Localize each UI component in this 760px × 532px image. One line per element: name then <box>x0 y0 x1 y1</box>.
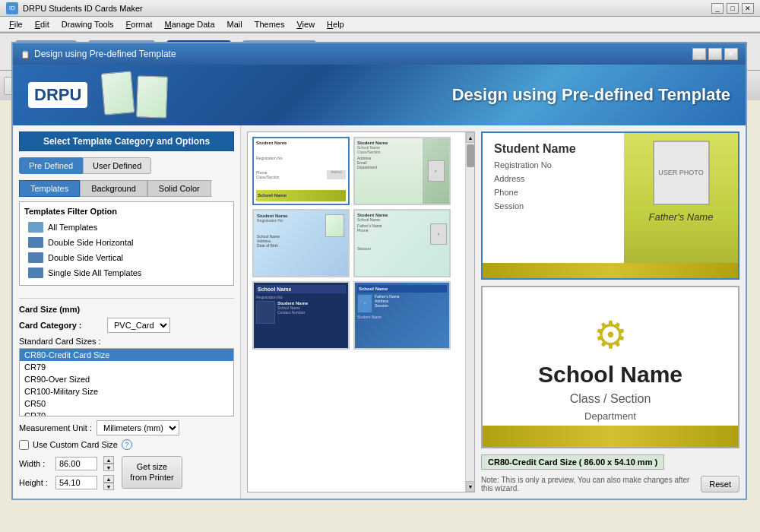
height-label: Height : <box>19 478 49 487</box>
section-header: Select Template Category and Options <box>19 131 234 151</box>
width-row: Width : ▲ ▼ <box>19 456 114 471</box>
menu-manage-data[interactable]: Manage Data <box>158 18 220 30</box>
gear-icon: ⚙ <box>594 313 628 357</box>
width-label: Width : <box>19 459 49 468</box>
menu-themes[interactable]: Themes <box>249 18 291 30</box>
menu-edit[interactable]: Edit <box>29 18 55 30</box>
dialog-controls: _ □ ✕ <box>692 48 738 60</box>
custom-size-checkbox[interactable] <box>19 440 29 450</box>
measurement-row: Measurement Unit : Milimeters (mm) <box>19 420 234 435</box>
card-category-dropdown[interactable]: PVC_Card <box>107 318 170 333</box>
width-up-btn[interactable]: ▲ <box>103 456 114 464</box>
id-card-mini-2 <box>136 75 168 118</box>
standard-sizes-label: Standard Card Sizes : <box>19 337 234 346</box>
height-up-btn[interactable]: ▲ <box>103 475 114 483</box>
width-spinner: ▲ ▼ <box>103 456 114 471</box>
measurement-dropdown[interactable]: Milimeters (mm) <box>97 420 179 435</box>
height-down-btn[interactable]: ▼ <box>103 483 114 490</box>
sizes-list[interactable]: CR80-Credit Card Size CR79 CR90-Over Siz… <box>19 348 234 416</box>
get-size-button[interactable]: Get size from Printer <box>122 456 182 489</box>
card-size-label: Card Size (mm) <box>19 305 234 314</box>
filter-single-all[interactable]: Single Side All Templates <box>24 265 229 280</box>
card-category-label: Card Category : <box>19 321 103 330</box>
predefined-tabs: Pre Defined User Defined <box>19 157 234 174</box>
menu-format[interactable]: Format <box>120 18 159 30</box>
reset-button[interactable]: Reset <box>701 476 739 492</box>
template-thumb-6[interactable]: School Name P Father's NameAddressSessio… <box>353 281 451 350</box>
user-photo-box: USER PHOTO <box>653 141 710 205</box>
menu-help[interactable]: Help <box>321 18 350 30</box>
height-input[interactable] <box>55 476 97 489</box>
right-tabs: Templates Background Solid Color <box>19 180 234 197</box>
size-cr79[interactable]: CR79 <box>20 361 233 373</box>
main-banner: DRPU Design using Pre-defined Template <box>13 65 746 125</box>
title-bar: ID DRPU Students ID Cards Maker _ □ ✕ <box>0 0 760 17</box>
size-cr50[interactable]: CR50 <box>20 397 233 410</box>
scroll-down-btn[interactable]: ▼ <box>466 481 475 492</box>
dialog-title-bar: 📋 Design using Pre-defined Template _ □ … <box>13 43 746 65</box>
app-title: DRPU Students ID Cards Maker <box>23 4 711 13</box>
drpu-logo: DRPU <box>28 82 87 108</box>
double-horizontal-icon <box>28 237 43 248</box>
filter-label: Templates Filter Option <box>24 207 229 216</box>
dialog-minimize-btn[interactable]: _ <box>692 48 706 60</box>
card-size-section: Card Size (mm) Card Category : PVC_Card … <box>19 298 234 494</box>
all-templates-icon <box>28 222 43 233</box>
tab-userdefined[interactable]: User Defined <box>83 157 151 174</box>
templates-grid: Student Name Registration No PhoneClass/… <box>247 131 475 492</box>
template-thumb-3[interactable]: Student Name Registration No School Name… <box>252 209 350 277</box>
template-thumb-2[interactable]: Student Name School NameClass/Section Ad… <box>353 137 451 205</box>
app-icon: ID <box>6 2 18 14</box>
dialog-close-btn[interactable]: ✕ <box>724 48 738 60</box>
right-tab-solidcolor[interactable]: Solid Color <box>147 180 211 197</box>
id-card-mini-1 <box>101 71 135 115</box>
size-cr70[interactable]: CR70 <box>20 410 233 416</box>
help-icon[interactable]: ? <box>122 439 132 450</box>
menu-mail[interactable]: Mail <box>221 18 249 30</box>
right-tab-templates[interactable]: Templates <box>19 180 80 197</box>
card-preview-top: Student Name Registration No Address Pho… <box>481 131 739 280</box>
single-all-icon <box>28 268 43 278</box>
size-cr80[interactable]: CR80-Credit Card Size <box>20 349 233 361</box>
size-cr100[interactable]: CR100-Military Size <box>20 385 233 397</box>
menu-file[interactable]: File <box>3 18 29 30</box>
id-card-graphic <box>103 72 167 118</box>
preview-student-name: Student Name <box>494 142 613 156</box>
menu-bar: File Edit Drawing Tools Format Manage Da… <box>0 17 760 32</box>
dialog-maximize-btn[interactable]: □ <box>708 48 722 60</box>
title-bar-controls: _ □ ✕ <box>711 3 754 14</box>
menu-view[interactable]: View <box>290 18 321 30</box>
templates-scrollbar[interactable]: ▲ ▼ <box>465 132 474 492</box>
filter-double-vertical[interactable]: Double Side Vertical <box>24 250 229 265</box>
template-thumb-4[interactable]: Student Name School Name Father's NamePh… <box>353 209 451 277</box>
content-area: Select Template Category and Options Pre… <box>13 125 746 499</box>
preview-class-section: Class / Section <box>570 392 651 406</box>
height-row: Height : ▲ ▼ <box>19 475 114 490</box>
menu-drawing-tools[interactable]: Drawing Tools <box>55 18 120 30</box>
preview-address: Address <box>494 174 613 183</box>
width-down-btn[interactable]: ▼ <box>103 464 114 471</box>
close-btn[interactable]: ✕ <box>742 3 754 14</box>
minimize-btn[interactable]: _ <box>711 3 724 14</box>
filter-double-horizontal[interactable]: Double Side Horizontal <box>24 235 229 250</box>
note-row: Note: This is only a preview, You can al… <box>481 476 739 492</box>
right-tab-background[interactable]: Background <box>80 180 147 197</box>
banner-title-text: Design using Pre-defined Template <box>452 85 730 104</box>
template-row-1: Student Name Registration No PhoneClass/… <box>252 137 470 205</box>
card-wave-bottom <box>483 426 738 447</box>
double-vertical-icon <box>28 252 43 263</box>
template-thumb-5[interactable]: School Name Registration No Student Name… <box>252 281 350 350</box>
dialog-title-text: Design using Pre-defined Template <box>34 49 692 59</box>
template-thumb-1[interactable]: Student Name Registration No PhoneClass/… <box>252 137 350 205</box>
tab-predefined[interactable]: Pre Defined <box>19 157 83 174</box>
main-dialog: 📋 Design using Pre-defined Template _ □ … <box>11 42 747 500</box>
preview-reg-no: Registration No <box>494 160 613 169</box>
scroll-up-btn[interactable]: ▲ <box>466 132 475 143</box>
size-cr90[interactable]: CR90-Over Sized <box>20 373 233 385</box>
card-wave-top <box>483 263 738 278</box>
size-info-badge: CR80-Credit Card Size ( 86.00 x 54.10 mm… <box>481 454 664 470</box>
maximize-btn[interactable]: □ <box>727 3 739 14</box>
filter-all-templates[interactable]: All Templates <box>24 220 229 235</box>
measurement-label: Measurement Unit : <box>19 423 92 432</box>
width-input[interactable] <box>55 457 97 470</box>
